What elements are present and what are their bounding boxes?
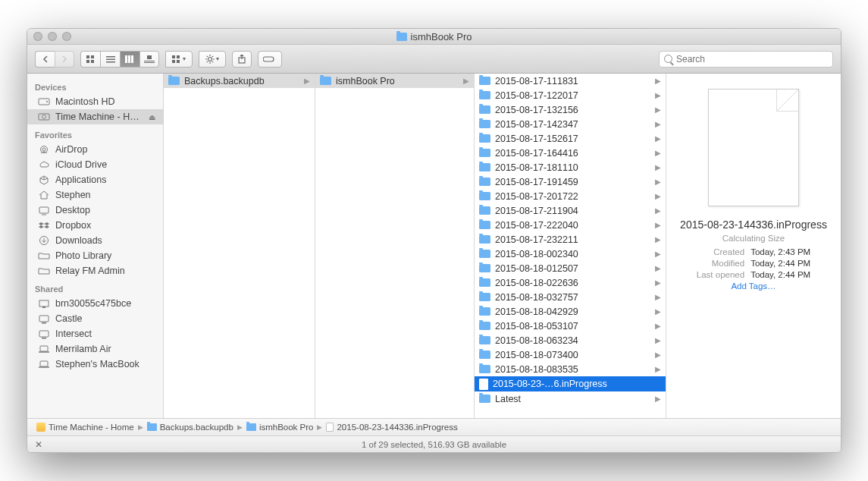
arrange-button[interactable]: ▾ [165,51,193,68]
sidebar-item[interactable]: Macintosh HD [27,94,163,109]
sidebar-item[interactable]: brn30055c475bce [27,296,163,311]
row-label: Backups.backupdb [184,76,265,86]
folder-icon [479,264,490,272]
column-row[interactable]: 2015-08-17-181110▶ [475,160,666,174]
column-row[interactable]: 2015-08-23-…6.inProgress [475,376,666,391]
column-row[interactable]: 2015-08-18-012507▶ [475,261,666,275]
folder-icon [479,336,490,344]
sidebar-item[interactable]: Desktop [27,203,163,218]
coverflow-view-button[interactable] [139,51,159,68]
sidebar-item[interactable]: Intersect [27,326,163,341]
folder-icon [479,178,490,186]
svg-rect-40 [42,322,46,324]
column-row[interactable]: ismhBook Pro▶ [315,74,474,88]
sidebar-item-label: Castle [55,313,82,324]
status-bar: ✕ 1 of 29 selected, 516.93 GB available [27,435,841,452]
pathbar-segment[interactable]: Time Machine - Home [36,423,134,432]
folder-icon [479,293,490,301]
column-row[interactable]: 2015-08-18-002340▶ [475,247,666,261]
column-row[interactable]: 2015-08-18-083535▶ [475,362,666,376]
svg-line-22 [207,55,208,56]
search-input[interactable] [676,54,828,64]
chevron-right-icon: ▶ [655,105,661,114]
row-label: 2015-08-18-053107 [495,321,578,332]
column-row[interactable]: 2015-08-17-222040▶ [475,218,666,232]
sidebar-item[interactable]: Time Machine - Home⏏ [27,109,163,124]
sidebar-item[interactable]: Applications [27,172,163,187]
sidebar-item-label: Desktop [55,205,90,215]
folder-icon [479,365,490,373]
add-tags-link[interactable]: Add Tags… [731,281,776,291]
column-row[interactable]: 2015-08-18-042929▶ [475,304,666,319]
list-view-button[interactable] [100,51,120,68]
sidebar-item[interactable]: Downloads [27,233,163,248]
sidebar-item[interactable]: Photo Library [27,248,163,263]
column-row[interactable]: 2015-08-18-022636▶ [475,275,666,290]
folder-icon [479,91,490,99]
column-row[interactable]: 2015-08-17-132156▶ [475,102,666,117]
column-row[interactable]: 2015-08-18-073400▶ [475,347,666,362]
sidebar-item[interactable]: Stephen's MacBook [27,357,163,372]
chevron-right-icon: ▶ [138,423,143,431]
action-button[interactable]: ▾ [199,51,226,68]
column-2[interactable]: ismhBook Pro▶ [315,74,475,418]
column-row[interactable]: 2015-08-17-122017▶ [475,88,666,102]
sidebar-item[interactable]: Relay FM Admin [27,263,163,278]
column-row[interactable]: 2015-08-18-053107▶ [475,319,666,333]
cancel-icon[interactable]: ✕ [35,439,42,450]
sidebar-item-label: Applications [55,174,106,185]
sidebar-item[interactable]: Dropbox [27,218,163,233]
row-label: Latest [495,394,521,404]
icon-view-button[interactable] [80,51,100,68]
column-row[interactable]: 2015-08-18-063234▶ [475,333,666,347]
svg-rect-3 [91,60,94,63]
tags-button[interactable] [258,51,282,68]
column-row[interactable]: Backups.backupdb▶ [164,74,315,88]
column-row[interactable]: 2015-08-17-211904▶ [475,203,666,218]
forward-button[interactable] [55,51,74,68]
pathbar-segment[interactable]: 2015-08-23-144336.inProgress [326,423,457,432]
sidebar-item[interactable]: AirDrop [27,142,163,157]
column-row[interactable]: 2015-08-18-032757▶ [475,290,666,304]
column-1[interactable]: Backups.backupdb▶ [164,74,315,418]
column-row[interactable]: Latest▶ [475,391,666,406]
preview-metadata: CreatedToday, 2:43 PM ModifiedToday, 2:4… [697,247,810,279]
column-row[interactable]: 2015-08-17-142347▶ [475,117,666,131]
sidebar-item[interactable]: Castle [27,311,163,326]
column-row[interactable]: 2015-08-17-201722▶ [475,189,666,203]
svg-rect-12 [144,62,155,63]
column-row[interactable]: 2015-08-17-152617▶ [475,131,666,146]
svg-point-31 [42,115,46,119]
sidebar-item-label: Stephen's MacBook [55,359,139,369]
drive-icon [36,423,45,432]
preview-size: Calculating Size [722,234,785,243]
pathbar-segment[interactable]: Backups.backupdb [147,423,233,432]
share-button[interactable] [232,51,252,68]
eject-icon[interactable]: ⏏ [149,113,155,121]
folder-icon [479,206,490,215]
folder-icon [479,278,490,287]
sidebar-item-label: brn30055c475bce [55,298,131,309]
sidebar-item[interactable]: Stephen [27,187,163,203]
svg-rect-6 [106,61,115,63]
airdrop-icon [38,145,50,155]
svg-rect-2 [86,60,89,63]
sidebar-item[interactable]: Merrilamb Air [27,341,163,357]
column-row[interactable]: 2015-08-17-111831▶ [475,74,666,88]
pathbar-segment[interactable]: ismhBook Pro [246,423,314,432]
column-row[interactable]: 2015-08-17-232211▶ [475,232,666,247]
column-row[interactable]: 2015-08-17-164416▶ [475,146,666,160]
back-button[interactable] [35,51,55,68]
column-row[interactable]: 2015-08-17-191459▶ [475,174,666,189]
sidebar[interactable]: DevicesMacintosh HDTime Machine - Home⏏F… [27,74,164,418]
svg-rect-9 [131,55,133,63]
folder-icon [147,423,157,431]
pathbar-label: ismhBook Pro [259,423,314,432]
pathbar-label: Time Machine - Home [49,423,134,432]
svg-rect-42 [42,338,46,339]
search-field[interactable] [659,51,833,68]
column-3[interactable]: 2015-08-17-111831▶2015-08-17-122017▶2015… [475,74,666,418]
sidebar-item-label: Photo Library [55,250,111,261]
sidebar-item[interactable]: iCloud Drive [27,157,163,172]
column-view-button[interactable] [120,51,139,68]
